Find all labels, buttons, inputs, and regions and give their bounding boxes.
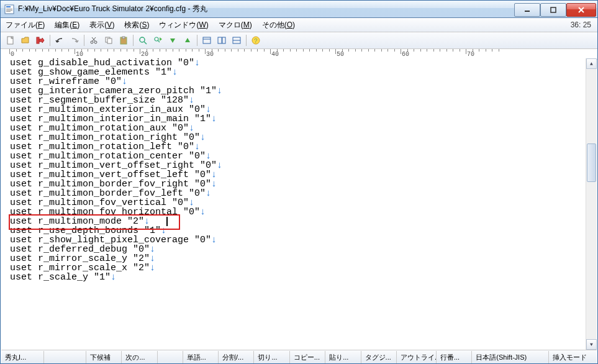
- scroll-track[interactable]: [586, 69, 597, 339]
- scroll-down-button[interactable]: ▼: [586, 339, 597, 350]
- svg-rect-17: [107, 39, 112, 43]
- undo-button[interactable]: [52, 34, 67, 47]
- search-button[interactable]: [135, 34, 150, 47]
- status-cell[interactable]: 貼り...: [325, 351, 361, 363]
- newline-icon: ↓: [211, 114, 217, 124]
- code-line[interactable]: uset g_interior_camera_zero_pitch "1"↓: [10, 86, 586, 96]
- svg-line-15: [92, 37, 95, 41]
- vertical-scrollbar[interactable]: ▲ ▼: [586, 58, 597, 350]
- insert-mode-indicator[interactable]: 挿入モード: [549, 351, 597, 363]
- help-button[interactable]: ?: [248, 34, 263, 47]
- status-cell[interactable]: 切り...: [254, 351, 289, 363]
- code-line[interactable]: uset g_disable_hud_activation "0"↓: [10, 58, 586, 68]
- code-line[interactable]: uset r_multimon_rotation_right "0"↓: [10, 133, 586, 142]
- statusbar: 秀丸I...下候補次の...単語...分割/...切り...コピー...貼り..…: [1, 350, 597, 363]
- window-controls: [514, 1, 597, 17]
- svg-point-12: [91, 41, 93, 43]
- status-cell[interactable]: [158, 351, 183, 363]
- search-down-button[interactable]: [165, 34, 180, 47]
- svg-point-13: [94, 41, 97, 43]
- separator: [246, 35, 247, 46]
- code-line[interactable]: uset r_multimon_exterior_in_aux "0"↓: [10, 105, 586, 114]
- newline-icon: ↓: [194, 58, 200, 68]
- svg-rect-2: [6, 9, 12, 9]
- window-split-button[interactable]: [199, 34, 214, 47]
- svg-rect-6: [551, 7, 556, 12]
- code-line[interactable]: uset r_mirror_scale_y "2"↓: [10, 254, 586, 263]
- code-line[interactable]: uset g_show_game_elements "1"↓: [10, 68, 586, 77]
- svg-rect-4: [6, 11, 11, 12]
- cut-button[interactable]: [86, 34, 101, 47]
- code-line[interactable]: uset r_multimon_vert_offset_right "0"↓: [10, 161, 586, 170]
- scroll-thumb[interactable]: [587, 143, 596, 182]
- code-line[interactable]: uset r_mirror_scale_x "2"↓: [10, 263, 586, 273]
- svg-marker-24: [160, 37, 162, 41]
- svg-marker-25: [170, 39, 175, 43]
- ruler-label: 20: [141, 51, 148, 58]
- code-line[interactable]: uset r_scale_y "1"↓: [10, 273, 586, 282]
- code-line[interactable]: uset r_multimon_rotation_aux "0"↓: [10, 124, 586, 133]
- code-line[interactable]: uset r_multimon_border_fov_left "0"↓: [10, 189, 586, 198]
- code-line[interactable]: uset r_wireframe "0"↓: [10, 77, 586, 86]
- menu-item[interactable]: その他(O): [257, 19, 300, 31]
- ruler-label: 10: [76, 51, 83, 58]
- code-line[interactable]: uset r_segment_buffer_size "128"↓: [10, 96, 586, 105]
- newline-icon: ↓: [217, 160, 222, 171]
- close-button[interactable]: [566, 3, 596, 17]
- code-line[interactable]: uset r_multimon_rotation_center "0"↓: [10, 152, 586, 161]
- menu-item[interactable]: マクロ(M): [214, 19, 257, 31]
- copy-button[interactable]: [101, 34, 116, 47]
- status-cell[interactable]: 行番...: [437, 351, 472, 363]
- code-line[interactable]: uset r_show_light_pixel_coverage "0"↓: [10, 235, 586, 245]
- menu-item[interactable]: 編集(E): [50, 19, 84, 31]
- save-button[interactable]: [33, 34, 48, 47]
- status-cell[interactable]: 秀丸I...: [1, 351, 44, 363]
- cursor-position: 36: 25: [571, 20, 597, 29]
- open-file-button[interactable]: [18, 34, 33, 47]
- code-line[interactable]: uset r_multimon_fov_horizontal "0"↓: [10, 207, 586, 217]
- code-line[interactable]: uset r_multimon_border_fov_right "0"↓: [10, 180, 586, 189]
- status-cell[interactable]: 次の...: [122, 351, 157, 363]
- svg-line-21: [144, 42, 147, 44]
- new-file-button[interactable]: [3, 34, 18, 47]
- separator: [197, 35, 197, 46]
- svg-line-14: [93, 37, 96, 41]
- status-cell[interactable]: アウトライ...: [397, 351, 437, 363]
- code-line[interactable]: uset r_deferred_debug "0"↓: [10, 245, 586, 254]
- scroll-up-button[interactable]: ▲: [586, 58, 597, 69]
- status-cell[interactable]: 単語...: [183, 351, 219, 363]
- toolbar: ?: [1, 32, 597, 49]
- newline-icon: ↓: [150, 263, 155, 273]
- window-compare-button[interactable]: [214, 34, 229, 47]
- code-line[interactable]: uset r_use_depth_bounds "1"↓: [10, 226, 586, 235]
- menu-item[interactable]: 表示(V): [84, 19, 119, 31]
- separator: [84, 35, 84, 46]
- status-cell[interactable]: タグジ...: [361, 351, 397, 363]
- status-cell[interactable]: コピー...: [290, 351, 325, 363]
- window-list-button[interactable]: [229, 34, 244, 47]
- code-line[interactable]: uset r_multimon_fov_vertical "0"↓: [10, 198, 586, 207]
- menu-item[interactable]: 検索(S): [119, 19, 154, 31]
- code-line[interactable]: uset r_multimon_rotation_left "0"↓: [10, 142, 586, 152]
- search-next-button[interactable]: [150, 34, 165, 47]
- code-line[interactable]: uset r_multimon_interior_in_main "1"↓: [10, 114, 586, 124]
- svg-rect-29: [218, 37, 222, 43]
- code-line[interactable]: uset r_multimon_vert_offset_left "0"↓: [10, 170, 586, 180]
- ruler-label: 0: [11, 51, 14, 58]
- menu-item[interactable]: ウィンドウ(W): [154, 19, 213, 31]
- maximize-button[interactable]: [540, 3, 566, 17]
- encoding-indicator[interactable]: 日本語(Shift-JIS): [472, 351, 549, 363]
- menu-item[interactable]: ファイル(F): [1, 19, 50, 31]
- status-cell[interactable]: 分割/...: [219, 351, 254, 363]
- status-cell[interactable]: [44, 351, 87, 363]
- titlebar: F:¥My_Liv¥Doc¥Euro Truck Simulator 2¥con…: [1, 1, 597, 18]
- editor-content[interactable]: uset g_disable_hud_activation "0"↓uset g…: [10, 58, 586, 350]
- search-up-button[interactable]: [180, 34, 195, 47]
- paste-button[interactable]: [116, 34, 131, 47]
- minimize-button[interactable]: [514, 3, 540, 17]
- status-cell[interactable]: 下候補: [86, 351, 122, 363]
- redo-button[interactable]: [67, 34, 82, 47]
- newline-icon: ↓: [200, 207, 206, 217]
- code-line[interactable]: uset r_multimon_mode "2"↓: [10, 217, 586, 226]
- app-icon: [4, 4, 14, 14]
